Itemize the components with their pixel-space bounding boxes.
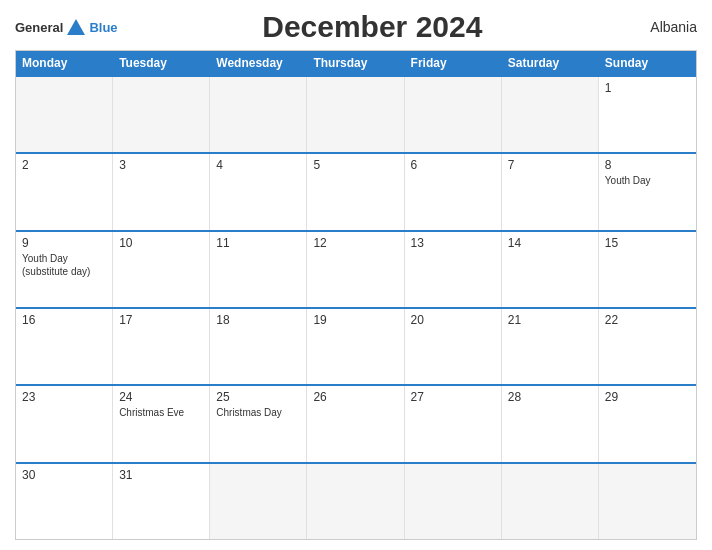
week-row-4: 16171819202122: [16, 307, 696, 384]
day-cell: 9Youth Day(substitute day): [16, 232, 113, 307]
day-header-thursday: Thursday: [307, 51, 404, 75]
week-row-5: 2324Christmas Eve25Christmas Day26272829: [16, 384, 696, 461]
month-title: December 2024: [118, 10, 627, 44]
day-number: 18: [216, 313, 300, 327]
day-number: 8: [605, 158, 690, 172]
logo: General Blue: [15, 19, 118, 35]
day-number: 11: [216, 236, 300, 250]
day-cell: 8Youth Day: [599, 154, 696, 229]
day-cell: 15: [599, 232, 696, 307]
week-row-3: 9Youth Day(substitute day)101112131415: [16, 230, 696, 307]
day-cell: [210, 464, 307, 539]
day-event: Youth Day: [605, 174, 690, 187]
day-cell: 31: [113, 464, 210, 539]
day-cell: 13: [405, 232, 502, 307]
day-number: 22: [605, 313, 690, 327]
day-number: 27: [411, 390, 495, 404]
day-header-tuesday: Tuesday: [113, 51, 210, 75]
day-cell: 11: [210, 232, 307, 307]
day-number: 6: [411, 158, 495, 172]
country-label: Albania: [627, 19, 697, 35]
day-cell: [405, 464, 502, 539]
day-cell: 5: [307, 154, 404, 229]
logo-triangle-icon: [67, 19, 85, 35]
day-cell: 29: [599, 386, 696, 461]
day-cell: [502, 77, 599, 152]
day-cell: [210, 77, 307, 152]
day-number: 24: [119, 390, 203, 404]
day-cell: 14: [502, 232, 599, 307]
weeks-container: 12345678Youth Day9Youth Day(substitute d…: [16, 75, 696, 539]
day-header-saturday: Saturday: [502, 51, 599, 75]
day-cell: 4: [210, 154, 307, 229]
day-cell: 30: [16, 464, 113, 539]
day-number: 26: [313, 390, 397, 404]
day-number: 29: [605, 390, 690, 404]
day-cell: 10: [113, 232, 210, 307]
day-cell: [405, 77, 502, 152]
day-header-wednesday: Wednesday: [210, 51, 307, 75]
day-cell: 23: [16, 386, 113, 461]
day-cell: [307, 464, 404, 539]
day-cell: 3: [113, 154, 210, 229]
day-cell: 1: [599, 77, 696, 152]
day-number: 30: [22, 468, 106, 482]
calendar-page: General Blue December 2024 Albania Monda…: [0, 0, 712, 550]
day-number: 31: [119, 468, 203, 482]
day-cell: 12: [307, 232, 404, 307]
day-number: 10: [119, 236, 203, 250]
day-cell: 24Christmas Eve: [113, 386, 210, 461]
day-cell: 6: [405, 154, 502, 229]
week-row-1: 1: [16, 75, 696, 152]
day-number: 15: [605, 236, 690, 250]
day-number: 21: [508, 313, 592, 327]
day-cell: [307, 77, 404, 152]
day-number: 2: [22, 158, 106, 172]
day-headers-row: MondayTuesdayWednesdayThursdayFridaySatu…: [16, 51, 696, 75]
day-number: 28: [508, 390, 592, 404]
day-cell: 28: [502, 386, 599, 461]
day-number: 19: [313, 313, 397, 327]
day-cell: 19: [307, 309, 404, 384]
day-cell: 26: [307, 386, 404, 461]
day-event: Christmas Eve: [119, 406, 203, 419]
logo-blue-text: Blue: [89, 20, 117, 35]
day-cell: 22: [599, 309, 696, 384]
day-cell: [16, 77, 113, 152]
calendar: MondayTuesdayWednesdayThursdayFridaySatu…: [15, 50, 697, 540]
day-number: 5: [313, 158, 397, 172]
day-number: 25: [216, 390, 300, 404]
day-number: 9: [22, 236, 106, 250]
day-cell: 2: [16, 154, 113, 229]
day-cell: 25Christmas Day: [210, 386, 307, 461]
day-number: 12: [313, 236, 397, 250]
day-cell: 16: [16, 309, 113, 384]
day-cell: [113, 77, 210, 152]
day-header-sunday: Sunday: [599, 51, 696, 75]
week-row-2: 2345678Youth Day: [16, 152, 696, 229]
day-cell: 17: [113, 309, 210, 384]
day-number: 23: [22, 390, 106, 404]
header: General Blue December 2024 Albania: [15, 10, 697, 44]
day-cell: 27: [405, 386, 502, 461]
day-cell: [599, 464, 696, 539]
logo-general-text: General: [15, 20, 63, 35]
day-cell: 7: [502, 154, 599, 229]
day-number: 13: [411, 236, 495, 250]
day-cell: 21: [502, 309, 599, 384]
day-header-friday: Friday: [405, 51, 502, 75]
day-cell: [502, 464, 599, 539]
day-number: 20: [411, 313, 495, 327]
day-number: 14: [508, 236, 592, 250]
day-number: 1: [605, 81, 690, 95]
day-number: 7: [508, 158, 592, 172]
day-cell: 20: [405, 309, 502, 384]
day-number: 3: [119, 158, 203, 172]
day-event: Christmas Day: [216, 406, 300, 419]
day-number: 17: [119, 313, 203, 327]
day-event: Youth Day(substitute day): [22, 252, 106, 278]
day-number: 16: [22, 313, 106, 327]
day-number: 4: [216, 158, 300, 172]
day-cell: 18: [210, 309, 307, 384]
day-header-monday: Monday: [16, 51, 113, 75]
